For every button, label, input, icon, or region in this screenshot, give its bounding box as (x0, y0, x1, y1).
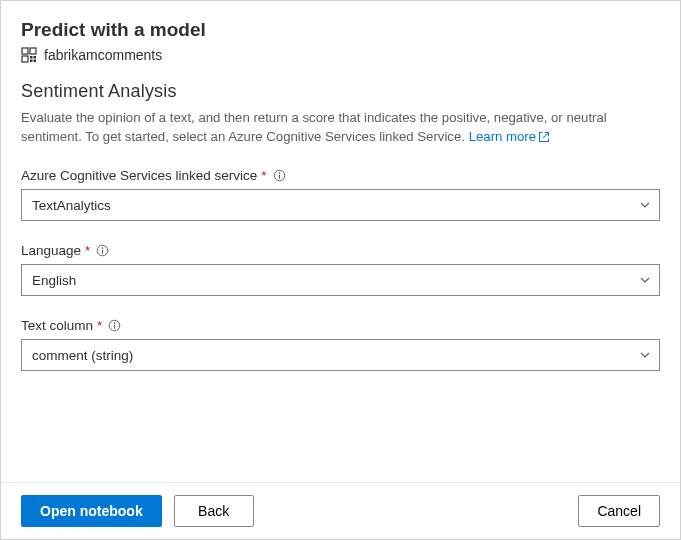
learn-more-link[interactable]: Learn more (469, 129, 550, 144)
svg-rect-5 (30, 60, 33, 63)
svg-point-14 (114, 323, 116, 325)
svg-rect-15 (114, 325, 115, 329)
info-icon[interactable] (108, 319, 121, 332)
page-title: Predict with a model (21, 19, 660, 41)
svg-point-11 (102, 248, 104, 250)
text-column-select[interactable]: comment (string) (21, 339, 660, 371)
required-asterisk: * (85, 243, 90, 258)
field-linked-service: Azure Cognitive Services linked service … (21, 168, 660, 221)
chevron-down-icon (639, 199, 651, 211)
dialog-footer: Open notebook Back Cancel (1, 482, 680, 539)
section-description: Evaluate the opinion of a text, and then… (21, 108, 660, 146)
field-text-column: Text column * comment (string) (21, 318, 660, 371)
field-label-linked-service: Azure Cognitive Services linked service … (21, 168, 660, 183)
required-asterisk: * (261, 168, 266, 183)
external-link-icon (538, 131, 550, 143)
field-label-language: Language * (21, 243, 660, 258)
label-text: Language (21, 243, 81, 258)
select-value: TextAnalytics (32, 198, 111, 213)
field-label-text-column: Text column * (21, 318, 660, 333)
learn-more-label: Learn more (469, 129, 536, 144)
cancel-button[interactable]: Cancel (578, 495, 660, 527)
back-button[interactable]: Back (174, 495, 254, 527)
select-value: comment (string) (32, 348, 133, 363)
chevron-down-icon (639, 274, 651, 286)
svg-rect-1 (30, 48, 36, 54)
resource-row: fabrikamcomments (21, 47, 660, 63)
dialog-content: Predict with a model fabrikamcomments Se… (1, 1, 680, 482)
svg-rect-12 (102, 250, 103, 254)
chevron-down-icon (639, 349, 651, 361)
dataset-icon (21, 47, 37, 63)
svg-rect-4 (34, 56, 37, 59)
open-notebook-button[interactable]: Open notebook (21, 495, 162, 527)
language-select[interactable]: English (21, 264, 660, 296)
svg-rect-0 (22, 48, 28, 54)
section-title: Sentiment Analysis (21, 81, 660, 102)
info-icon[interactable] (96, 244, 109, 257)
label-text: Text column (21, 318, 93, 333)
svg-point-8 (278, 173, 280, 175)
linked-service-select[interactable]: TextAnalytics (21, 189, 660, 221)
svg-rect-6 (34, 60, 37, 63)
required-asterisk: * (97, 318, 102, 333)
select-value: English (32, 273, 76, 288)
info-icon[interactable] (273, 169, 286, 182)
svg-rect-2 (22, 56, 28, 62)
resource-name: fabrikamcomments (44, 47, 162, 63)
label-text: Azure Cognitive Services linked service (21, 168, 257, 183)
field-language: Language * English (21, 243, 660, 296)
svg-rect-9 (279, 175, 280, 179)
svg-rect-3 (30, 56, 33, 59)
